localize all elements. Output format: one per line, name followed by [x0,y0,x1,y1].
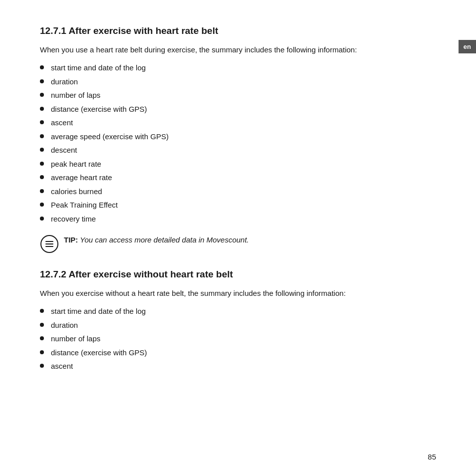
bullet-dot [40,65,44,69]
list-item: distance (exercise with GPS) [40,104,436,115]
list-item: average heart rate [40,172,436,184]
tip-label: TIP: [64,236,78,244]
list-item-text: number of laps [51,90,100,101]
bullet-dot [40,323,44,327]
list-item: ascent [40,361,436,372]
list-item-text: number of laps [51,333,100,345]
tip-icon [40,235,59,253]
list-item: average speed (exercise with GPS) [40,131,436,143]
list-item: number of laps [40,90,436,101]
list-item-text: duration [51,320,78,331]
bullet-dot [40,107,44,111]
section-1272-list: start time and date of the log duration … [40,306,436,372]
bullet-dot [40,79,44,83]
list-item-text: Peak Training Effect [51,200,118,211]
bullet-dot [40,93,44,97]
list-item-text: distance (exercise with GPS) [51,104,147,115]
list-item: start time and date of the log [40,62,436,74]
list-item-text: average speed (exercise with GPS) [51,131,169,143]
list-item-text: start time and date of the log [51,62,146,74]
tip-box: TIP: You can access more detailed data i… [40,235,436,253]
tip-content-text: You can access more detailed data in Mov… [80,236,249,244]
bullet-dot [40,203,44,207]
page-number: 85 [428,453,436,461]
list-item-text: descent [51,145,77,156]
list-item-text: recovery time [51,214,96,225]
bullet-dot [40,364,44,368]
section-1272-intro: When you exercise without a heart rate b… [40,288,436,299]
bullet-dot [40,336,44,340]
section-1271-intro: When you use a heart rate belt during ex… [40,44,436,56]
bullet-dot [40,217,44,221]
list-item: calories burned [40,186,436,198]
list-item: peak heart rate [40,159,436,170]
list-item-text: ascent [51,117,73,129]
bullet-dot [40,189,44,193]
section-1271: 12.7.1 After exercise with heart rate be… [40,25,436,253]
bullet-dot [40,309,44,313]
list-item: duration [40,76,436,88]
page-container: en 12.7.1 After exercise with heart rate… [0,0,476,476]
list-item: number of laps [40,333,436,345]
bullet-dot [40,175,44,179]
section-1272: 12.7.2 After exercise without heart rate… [40,268,436,372]
bullet-dot [40,162,44,166]
tip-text: TIP: You can access more detailed data i… [64,235,249,246]
bullet-dot [40,134,44,138]
section-1272-title: 12.7.2 After exercise without heart rate… [40,268,436,281]
lang-tab: en [459,40,476,53]
list-item: recovery time [40,214,436,225]
list-item: descent [40,145,436,156]
list-item-text: distance (exercise with GPS) [51,347,147,359]
section-1271-title: 12.7.1 After exercise with heart rate be… [40,25,436,37]
list-item-text: peak heart rate [51,159,101,170]
list-item: start time and date of the log [40,306,436,317]
bullet-dot [40,120,44,124]
list-item: duration [40,320,436,331]
list-item-text: start time and date of the log [51,306,146,317]
list-item: ascent [40,117,436,129]
bullet-dot [40,350,44,354]
list-item: distance (exercise with GPS) [40,347,436,359]
list-item-text: ascent [51,361,73,372]
list-item: Peak Training Effect [40,200,436,211]
bullet-dot [40,148,44,152]
list-item-text: average heart rate [51,172,112,184]
list-item-text: duration [51,76,78,88]
list-item-text: calories burned [51,186,102,198]
section-1271-list: start time and date of the log duration … [40,62,436,225]
